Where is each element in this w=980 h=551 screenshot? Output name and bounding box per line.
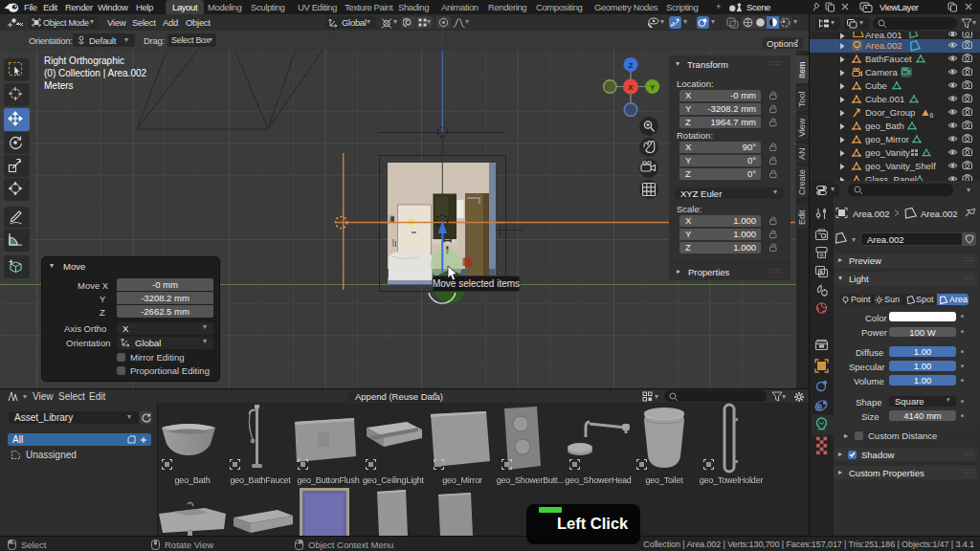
svg-text:Z: Z <box>629 61 634 70</box>
svg-text:View: View <box>797 118 807 137</box>
svg-text:Item: Item <box>797 61 807 78</box>
svg-text:geo_BathFaucet: geo_BathFaucet <box>230 475 291 485</box>
svg-text:geo_Mirror: geo_Mirror <box>442 475 482 485</box>
svg-text:geo_Vanity: geo_Vanity <box>865 147 910 158</box>
svg-text:Move selected items: Move selected items <box>433 278 520 289</box>
svg-text:geo_ShowerHead: geo_ShowerHead <box>565 475 631 485</box>
svg-text:geo_TowelHolder: geo_TowelHolder <box>700 475 764 485</box>
svg-text:Cube: Cube <box>865 80 887 91</box>
svg-text:Edit: Edit <box>797 209 807 225</box>
svg-text:Area.002: Area.002 <box>853 209 890 219</box>
svg-text:Glass_Panel: Glass_Panel <box>865 174 917 181</box>
svg-text:Door_Group: Door_Group <box>865 107 915 118</box>
svg-text:geo_Mirror: geo_Mirror <box>865 134 909 144</box>
svg-text:AN: AN <box>797 147 807 160</box>
svg-text:Camera: Camera <box>865 67 899 77</box>
svg-text:Area.002: Area.002 <box>921 209 958 219</box>
svg-text:6: 6 <box>930 112 934 119</box>
svg-text:Create: Create <box>797 169 807 195</box>
svg-text:geo_ButtonFlush: geo_ButtonFlush <box>297 475 359 485</box>
svg-text:geo_Vanity_Shelf: geo_Vanity_Shelf <box>865 161 936 171</box>
svg-text:geo_CeilingLight: geo_CeilingLight <box>363 475 425 485</box>
svg-text:Tool: Tool <box>797 91 807 107</box>
svg-text:X: X <box>628 83 634 92</box>
svg-text:geo_Bath: geo_Bath <box>865 121 904 131</box>
svg-text:geo_ShowerButt...: geo_ShowerButt... <box>497 475 565 485</box>
svg-text:geo_Toilet: geo_Toilet <box>645 475 683 485</box>
svg-text:Cube.001: Cube.001 <box>865 94 904 104</box>
svg-text:Area.001: Area.001 <box>865 32 902 40</box>
svg-text:BathFaucet: BathFaucet <box>865 54 912 64</box>
svg-text:Y: Y <box>650 83 656 92</box>
svg-text:geo_Bath: geo_Bath <box>175 475 211 485</box>
svg-text:Area.002: Area.002 <box>865 40 902 51</box>
